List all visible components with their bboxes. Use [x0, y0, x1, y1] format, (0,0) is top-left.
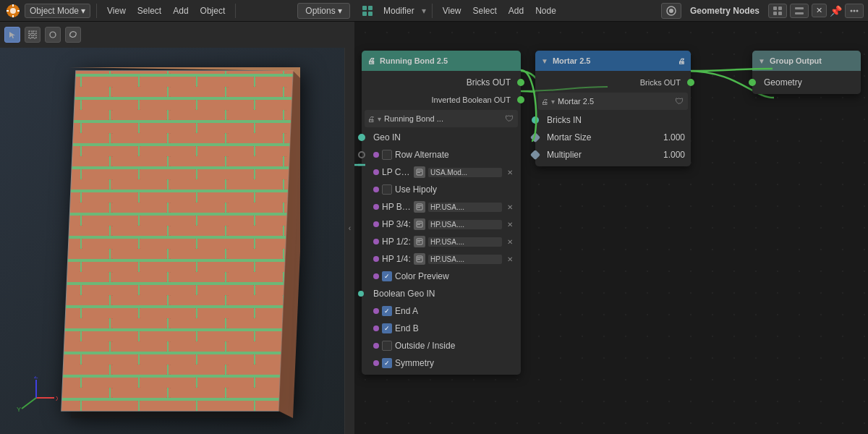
svg-point-25: [50, 32, 56, 38]
geometry-socket[interactable]: [749, 79, 756, 86]
hp-34-socket[interactable]: [373, 221, 379, 227]
group-output-title: Group Output: [770, 56, 822, 65]
hp-12-label: HP 1/2:: [382, 237, 411, 247]
select-circle[interactable]: [45, 27, 61, 43]
geo-in-socket[interactable]: [358, 134, 365, 141]
hp-12-socket[interactable]: [373, 239, 379, 244]
mortar-bricks-out-socket[interactable]: [687, 79, 694, 86]
row-alt-checkbox[interactable]: [382, 150, 392, 160]
hp-12-value[interactable]: HP.USA....: [428, 237, 502, 247]
brick-wall-svg: [54, 64, 300, 418]
render-engine-icon[interactable]: [661, 3, 681, 19]
hp-14-value[interactable]: HP.USA....: [428, 255, 502, 264]
color-preview-checkbox[interactable]: ✓: [382, 271, 392, 281]
view-menu[interactable]: View: [103, 4, 130, 17]
mortar-dropdown-label[interactable]: Mortar 2.5: [558, 97, 594, 106]
options-button[interactable]: Options ▾: [297, 3, 350, 19]
row-alt-socket: [358, 151, 365, 158]
more-options[interactable]: [845, 4, 864, 18]
svg-rect-17: [795, 12, 804, 14]
close-workspace[interactable]: ✕: [812, 4, 827, 17]
end-b-label: End B: [395, 323, 419, 333]
viewport-collapse-btn[interactable]: ‹: [344, 22, 354, 434]
node-select-menu[interactable]: Select: [468, 4, 501, 17]
hipoly-checkbox[interactable]: [382, 184, 392, 195]
svg-rect-56: [417, 223, 422, 224]
svg-rect-60: [417, 242, 420, 242]
mortar-bricks-in-row: Bricks IN: [535, 111, 691, 129]
lp-x-btn[interactable]: ✕: [505, 167, 515, 177]
select-lasso[interactable]: [65, 27, 81, 43]
bool-geo-socket[interactable]: [358, 291, 364, 297]
modifier-menu[interactable]: Modifier: [379, 4, 419, 17]
color-preview-socket[interactable]: [373, 273, 379, 279]
hp-ba-x-btn[interactable]: ✕: [505, 202, 515, 212]
outside-checkbox[interactable]: [382, 341, 392, 351]
hp-12-x-btn[interactable]: ✕: [505, 237, 515, 247]
pin-icon[interactable]: 📌: [830, 5, 842, 17]
hp-ba-value[interactable]: HP.USA....: [428, 203, 502, 212]
geometry-label: Geometry: [764, 77, 802, 88]
outside-socket[interactable]: [373, 343, 379, 349]
object-mode-dropdown[interactable]: Object Mode ▾: [25, 4, 90, 18]
hp-ba-socket[interactable]: [373, 204, 379, 210]
object-menu[interactable]: Object: [196, 4, 230, 17]
shield-icon[interactable]: 🛡: [503, 113, 515, 124]
hp-12-icon[interactable]: [414, 236, 425, 247]
row-alt-socket2[interactable]: [373, 152, 379, 158]
mortar-size-socket[interactable]: [530, 132, 540, 142]
svg-point-20: [856, 9, 859, 12]
hp-ba-icon[interactable]: [414, 201, 425, 213]
separator: [96, 4, 97, 18]
bricks-out-socket[interactable]: [517, 79, 524, 86]
node-menu[interactable]: Node: [531, 4, 561, 17]
end-b-checkbox[interactable]: ✓: [382, 323, 392, 333]
symmetry-checkbox[interactable]: ✓: [382, 358, 392, 368]
viewport: X Z Y ‹: [0, 22, 354, 434]
blender-logo[interactable]: [4, 2, 22, 20]
multiplier-label: Multiplier: [547, 150, 660, 160]
mortar-shield[interactable]: 🛡: [673, 95, 685, 107]
lp-value[interactable]: USA.Mod...: [428, 168, 502, 177]
end-a-checkbox[interactable]: ✓: [382, 306, 392, 316]
node-editor: 🖨 Running Bond 2.5 Bricks OUT Inverted B…: [354, 22, 868, 434]
mortar-print-icon[interactable]: 🖨: [678, 57, 685, 65]
hp-14-x-btn[interactable]: ✕: [505, 254, 515, 264]
mortar-bricks-in-socket[interactable]: [532, 116, 539, 124]
multiplier-value[interactable]: 1.000: [663, 150, 685, 160]
lp-mini-icon[interactable]: [414, 166, 425, 178]
group-output-node: ▼ Group Output Geometry: [752, 51, 861, 94]
row-alternate-row: Row Alternate: [362, 146, 521, 163]
hp-34-icon[interactable]: [414, 218, 425, 230]
lp-co-row: LP Co... USA.Mod... ✕: [362, 163, 521, 181]
node-view-menu[interactable]: View: [438, 4, 466, 17]
cursor-tool[interactable]: [4, 27, 20, 43]
multiplier-socket[interactable]: [530, 150, 540, 160]
workspace-icon2[interactable]: [790, 4, 809, 18]
workspace-icon1[interactable]: [768, 4, 787, 18]
hp-14-socket[interactable]: [373, 256, 379, 262]
select-menu[interactable]: Select: [133, 4, 166, 17]
running-bond-header: 🖨 Running Bond 2.5: [362, 51, 521, 71]
hp-34-x-btn[interactable]: ✕: [505, 219, 515, 229]
node-add-menu[interactable]: Add: [504, 4, 528, 17]
end-b-socket[interactable]: [373, 326, 379, 331]
hp-14-icon[interactable]: [414, 253, 425, 265]
mortar-size-value[interactable]: 1.000: [663, 132, 685, 142]
svg-rect-16: [795, 7, 804, 9]
mortar-header: ▼ Mortar 2.5 🖨: [535, 51, 691, 71]
hp-34-value[interactable]: HP.USA....: [428, 220, 502, 229]
running-bond-dropdown-label[interactable]: Running Bond ...: [384, 114, 443, 123]
end-a-socket[interactable]: [373, 308, 379, 314]
lp-socket[interactable]: [373, 169, 379, 175]
hipoly-socket[interactable]: [373, 187, 379, 192]
symmetry-socket[interactable]: [373, 360, 379, 366]
inv-bool-out-socket[interactable]: [517, 96, 524, 103]
running-bond-print-icon[interactable]: 🖨: [367, 56, 375, 65]
select-box-tool[interactable]: [25, 27, 41, 43]
group-output-body: Geometry: [752, 71, 861, 94]
use-hipoly-row: Use Hipoly: [362, 181, 521, 198]
axis-indicator: X Z Y: [14, 376, 58, 420]
hp-12-row: HP 1/2: HP.USA.... ✕: [362, 233, 521, 250]
add-menu[interactable]: Add: [169, 4, 192, 17]
